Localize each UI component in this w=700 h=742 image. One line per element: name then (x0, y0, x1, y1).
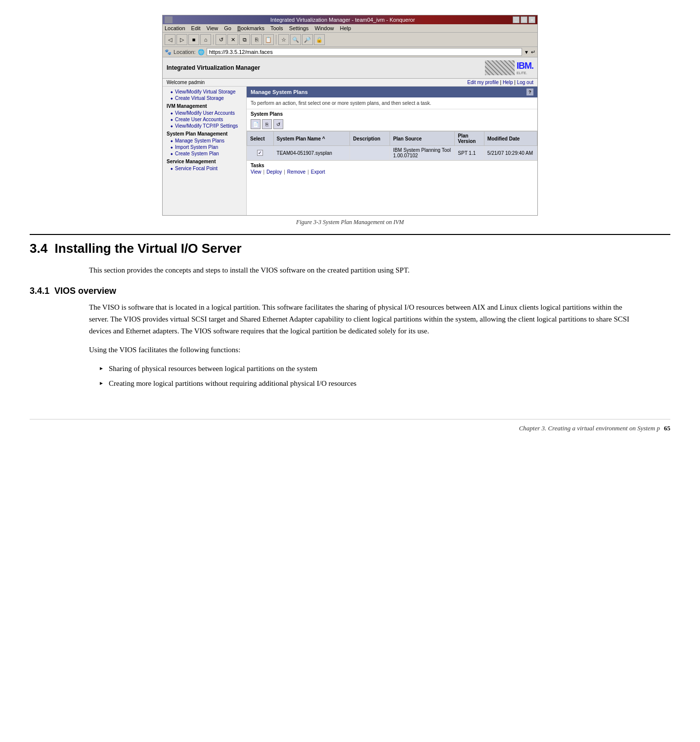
col-header-desc: Description (350, 132, 390, 146)
maximize-button[interactable]: □ (521, 16, 527, 23)
page: Integrated Virtualization Manager - team… (0, 0, 700, 462)
toolbar-separator2 (276, 35, 276, 45)
manage-plans-description: To perform an action, first select one o… (247, 97, 537, 109)
lock-button[interactable]: 🔒 (314, 34, 325, 45)
sidebar-item-view-user-accounts[interactable]: View/Modify User Accounts (163, 110, 246, 116)
sidebar-section-ivm-management: IVM Management (163, 101, 246, 110)
stop-button[interactable]: ■ (188, 34, 199, 45)
row-checkbox[interactable]: ✓ (257, 150, 263, 156)
ibm-logo: IBM. ELITE. (517, 61, 533, 75)
sidebar-item-create-user-accounts[interactable]: Create User Accounts (163, 116, 246, 123)
menu-edit[interactable]: Edit (191, 25, 201, 31)
ivm-main: Manage System Plans ? To perform an acti… (247, 87, 537, 215)
edit-profile-link[interactable]: Edit my profile (467, 80, 498, 85)
menu-settings[interactable]: Settings (289, 25, 309, 31)
back-button[interactable]: ◁ (165, 34, 175, 45)
menu-help[interactable]: Help (340, 25, 351, 31)
locationbar: 🐾 Location: 🌐 ▼ ↵ (163, 47, 537, 57)
location-input[interactable] (207, 48, 522, 56)
menu-window[interactable]: Window (314, 25, 334, 31)
sidebar-item-view-modify-virtual-storage[interactable]: View/Modify Virtual Storage (163, 89, 246, 95)
subsection-para-1: The VISO is software that is located in … (89, 301, 641, 337)
menu-go[interactable]: Go (224, 25, 231, 31)
plans-new-button[interactable]: 📄 (251, 119, 261, 129)
book-section: 3.4 Installing the Virtual I/O Server Th… (30, 234, 670, 389)
section-heading: 3.4 Installing the Virtual I/O Server (30, 234, 670, 256)
row-source: IBM System Planning Tool 1.00.07102 (390, 146, 455, 160)
menu-view[interactable]: View (207, 25, 219, 31)
plans-copy-button[interactable]: ⎘ (262, 119, 272, 129)
row-version: SPT 1.1 (455, 146, 484, 160)
sidebar-section-service-management: Service Management (163, 157, 246, 165)
task-remove-link[interactable]: Remove (287, 169, 306, 175)
task-deploy-link[interactable]: Deploy (266, 169, 282, 175)
sidebar-item-service-focal-point[interactable]: Service Focal Point (163, 165, 246, 172)
new-window-button[interactable]: ⧉ (239, 34, 250, 45)
titlebar-title: Integrated Virtualization Manager - team… (173, 17, 513, 23)
location-icon: 🌐 (198, 49, 205, 55)
col-header-version: Plan Version (455, 132, 484, 146)
sidebar-item-view-tcpip[interactable]: View/Modify TCP/IP Settings (163, 123, 246, 129)
logout-link[interactable]: Log out (517, 80, 533, 85)
subsection-heading: 3.4.1 VIOS overview (30, 286, 670, 296)
bullet-list: Sharing of physical resources between lo… (99, 363, 641, 389)
paste-button[interactable]: 📋 (263, 34, 274, 45)
sidebar-item-create-virtual-storage[interactable]: Create Virtual Storage (163, 95, 246, 101)
ivm-header-title: Integrated Virtualization Manager (167, 64, 260, 71)
subsection-para-2: Using the VIOS facilitates the following… (89, 344, 641, 356)
col-header-modified: Modified Date (484, 132, 537, 146)
location-extra-btn[interactable]: ↵ (531, 49, 535, 55)
reload-button[interactable]: ↺ (216, 34, 226, 45)
ivm-body: View/Modify Virtual Storage Create Virtu… (163, 87, 537, 215)
col-header-source: Plan Source (390, 132, 455, 146)
ivm-welcome-bar: Welcome padmin Edit my profile | Help | … (163, 79, 537, 87)
stop2-button[interactable]: ✕ (227, 34, 238, 45)
close-button[interactable]: × (528, 16, 535, 23)
sidebar-item-create-system-plan[interactable]: Create System Plan (163, 150, 246, 157)
task-view-link[interactable]: View (251, 169, 262, 175)
manage-plans-title: Manage System Plans (251, 89, 308, 95)
menubar: Location Edit View Go Bookmarks Tools Se… (163, 24, 537, 33)
system-plans-label: System Plans (247, 109, 537, 118)
col-header-select: Select (247, 132, 274, 146)
minimize-button[interactable]: _ (513, 16, 520, 23)
ivm-pattern (485, 60, 515, 75)
menu-bookmarks[interactable]: Bookmarks (237, 25, 264, 31)
footer-pagenum: 65 (664, 424, 670, 432)
sidebar-item-manage-system-plans[interactable]: Manage System Plans (163, 138, 246, 144)
help-link[interactable]: Help (503, 80, 513, 85)
titlebar-icon (165, 16, 173, 23)
tasks-label: Tasks (251, 163, 533, 168)
toolbar-separator (213, 35, 214, 45)
titlebar: Integrated Virtualization Manager - team… (163, 15, 537, 24)
table-row: ✓ TEAM04-051907.sysplan IBM System Plann… (247, 146, 537, 160)
row-description (350, 146, 390, 160)
bookmark-button[interactable]: ☆ (278, 34, 289, 45)
row-select-cell[interactable]: ✓ (247, 146, 274, 160)
col-header-name[interactable]: System Plan Name ^ (273, 132, 350, 146)
menu-location[interactable]: Location (165, 25, 185, 31)
ivm-header: Integrated Virtualization Manager IBM. E… (163, 57, 537, 79)
location-go-button[interactable]: ▼ (524, 49, 529, 55)
ivm-welcome-links: Edit my profile | Help | Log out (467, 80, 533, 85)
sidebar-item-import-system-plan[interactable]: Import System Plan (163, 144, 246, 150)
screenshot-container: Integrated Virtualization Manager - team… (162, 15, 538, 216)
footer-text: Chapter 3. Creating a virtual environmen… (519, 424, 660, 432)
welcome-text: Welcome padmin (167, 80, 205, 85)
home-button[interactable]: ⌂ (200, 34, 211, 45)
titlebar-controls[interactable]: _ □ × (513, 16, 535, 23)
menu-tools[interactable]: Tools (270, 25, 283, 31)
tasks-links: View | Deploy | Remove | Export (251, 169, 533, 175)
plans-refresh-button[interactable]: ↺ (273, 119, 283, 129)
section-intro: This section provides the concepts and s… (89, 264, 641, 276)
list-item: Creating more logical partitions without… (99, 377, 641, 389)
copy-button[interactable]: ⎘ (251, 34, 262, 45)
forward-button[interactable]: ▷ (176, 34, 187, 45)
manage-plans-help-button[interactable]: ? (526, 89, 533, 95)
task-export-link[interactable]: Export (311, 169, 325, 175)
zoomin-button[interactable]: 🔎 (302, 34, 313, 45)
row-modified: 5/21/07 10:29:40 AM (484, 146, 537, 160)
plans-table: Select System Plan Name ^ Description Pl… (247, 131, 537, 160)
search-button[interactable]: 🔍 (290, 34, 301, 45)
browser-toolbar: ◁ ▷ ■ ⌂ ↺ ✕ ⧉ ⎘ 📋 ☆ 🔍 🔎 🔒 (163, 33, 537, 47)
